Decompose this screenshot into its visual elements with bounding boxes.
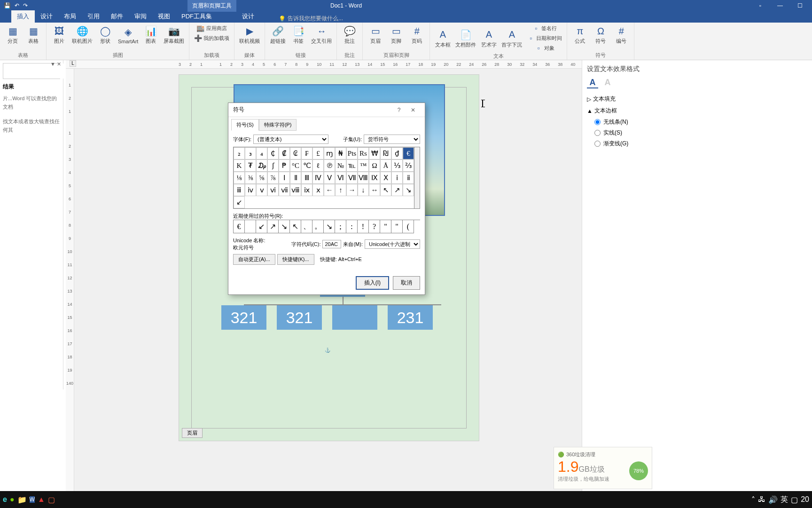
ribbon-button[interactable]: A首字下沉: [500, 24, 524, 53]
symbol-cell[interactable]: ⅰ: [391, 172, 403, 184]
word-icon[interactable]: W: [30, 496, 35, 503]
redo-icon[interactable]: ↷: [23, 2, 28, 9]
symbol-cell[interactable]: Ⅲ: [301, 172, 312, 184]
tab-header-design[interactable]: 设计: [236, 10, 260, 23]
cleanup-popup[interactable]: 🟢360垃圾清理 1.9GB垃圾 清理垃圾，给电脑加速 78%: [554, 447, 652, 489]
tab-layout[interactable]: 布局: [58, 10, 82, 23]
symbol-cell[interactable]: ₦: [335, 147, 346, 159]
symbol-cell[interactable]: ₩: [369, 147, 380, 159]
tell-me[interactable]: 💡告诉我您想要做什么...: [279, 15, 343, 23]
ime-indicator[interactable]: 英: [781, 495, 788, 505]
symbol-cell[interactable]: ₮: [245, 159, 256, 172]
symbol-cell[interactable]: ₱: [279, 159, 290, 172]
text-fill-tab-icon[interactable]: A: [587, 77, 598, 88]
recent-symbol-cell[interactable]: ↗: [267, 220, 279, 233]
symbol-cell[interactable]: Ⅱ: [290, 172, 301, 184]
symbol-cell[interactable]: Ⅸ: [369, 172, 380, 184]
symbol-cell[interactable]: ₣: [301, 147, 312, 159]
symbol-cell[interactable]: ₪: [380, 147, 391, 159]
recent-symbol-cell[interactable]: [245, 220, 256, 233]
char-code-input[interactable]: [322, 240, 341, 248]
symbol-cell[interactable]: ⅵ: [267, 184, 279, 196]
header-tag[interactable]: 页眉: [182, 428, 203, 438]
symbol-cell[interactable]: ₯: [256, 159, 267, 172]
symbol-cell[interactable]: ⅝: [256, 172, 267, 184]
horizontal-ruler[interactable]: 3211234567891011121314151617181920222426…: [66, 60, 582, 69]
vertical-ruler[interactable]: 12112345678910111213141516171819140: [66, 69, 74, 491]
symbol-cell[interactable]: ₂: [234, 147, 245, 159]
symbol-cell[interactable]: ℗: [324, 159, 335, 172]
ribbon-button[interactable]: A文本框: [433, 24, 453, 53]
tab-insert[interactable]: 插入: [11, 10, 35, 23]
symbol-cell[interactable]: ɱ: [324, 147, 335, 159]
ribbon-button[interactable]: 🌐联机图片: [70, 24, 94, 46]
ribbon-button[interactable]: 📑书签: [289, 24, 308, 46]
symbol-cell[interactable]: ⅶ: [279, 184, 290, 196]
symbol-cell[interactable]: Pts: [346, 147, 358, 159]
smartart-node[interactable]: 321: [221, 305, 266, 330]
symbol-cell[interactable]: ↔: [369, 184, 380, 196]
symbol-cell[interactable]: ↘: [403, 184, 414, 196]
symbol-cell[interactable]: ₵: [267, 147, 279, 159]
progress-circle[interactable]: 78%: [629, 461, 648, 480]
recent-symbol-cell[interactable]: ;: [335, 220, 346, 233]
tab-symbols[interactable]: 符号(S): [231, 119, 259, 131]
radio-solid-line[interactable]: 实线(S): [587, 127, 643, 138]
save-icon[interactable]: 💾: [4, 2, 11, 9]
symbol-cell[interactable]: ⅱ: [403, 172, 414, 184]
office-icon[interactable]: ▢: [48, 495, 55, 504]
recent-symbol-cell[interactable]: €: [234, 220, 245, 233]
symbol-cell[interactable]: ⅸ: [301, 184, 312, 196]
ribbon-button[interactable]: ▭页眉: [366, 24, 385, 46]
symbol-cell[interactable]: ↑: [335, 184, 346, 196]
ribbon-button[interactable]: ▫日期和时间: [525, 33, 564, 43]
ribbon-button[interactable]: ◯形状: [95, 24, 115, 46]
autocorrect-button[interactable]: 自动更正(A)...: [233, 254, 275, 265]
ribbon-button[interactable]: π公式: [570, 24, 590, 46]
text-outline-tab-icon[interactable]: A: [602, 77, 613, 88]
symbol-cell[interactable]: Ⅶ: [346, 172, 358, 184]
recent-symbol-cell[interactable]: ": [391, 220, 403, 233]
ribbon-button[interactable]: ▶联机视频: [237, 24, 262, 46]
symbol-cell[interactable]: ⅓: [391, 159, 403, 172]
recent-symbol-cell[interactable]: ": [380, 220, 391, 233]
recent-symbol-cell[interactable]: ↘: [279, 220, 290, 233]
recent-symbol-cell[interactable]: (: [403, 220, 414, 233]
tab-review[interactable]: 审阅: [129, 10, 152, 23]
symbol-cell[interactable]: Ⅹ: [380, 172, 391, 184]
ribbon-button[interactable]: 📄文档部件: [453, 24, 478, 53]
ribbon-button[interactable]: ↔交叉引用: [309, 24, 334, 46]
symbol-cell[interactable]: ₡: [279, 147, 290, 159]
symbol-cell[interactable]: £: [312, 147, 324, 159]
tab-insert[interactable]: [0, 19, 11, 23]
symbol-cell[interactable]: ⅛: [234, 172, 245, 184]
wechat-icon[interactable]: ●: [10, 495, 15, 504]
explorer-icon[interactable]: 📁: [17, 495, 27, 504]
tab-references[interactable]: 引用: [82, 10, 105, 23]
ribbon-button[interactable]: 📷屏幕截图: [162, 24, 186, 46]
ie-icon[interactable]: e: [3, 495, 7, 504]
ribbon-button[interactable]: #编号: [611, 24, 631, 46]
symbol-cell[interactable]: ←: [324, 184, 335, 196]
symbol-cell[interactable]: Ⅰ: [279, 172, 290, 184]
symbol-cell[interactable]: ↖: [380, 184, 391, 196]
symbol-cell[interactable]: ↙: [234, 196, 245, 208]
ribbon-button[interactable]: 📊图表: [141, 24, 161, 46]
ribbon-button[interactable]: ▭页脚: [386, 24, 406, 46]
vertical-scrollbar[interactable]: [575, 69, 582, 491]
undo-icon[interactable]: ↶: [15, 2, 19, 9]
subset-select[interactable]: 货币符号: [364, 135, 420, 144]
recent-symbol-cell[interactable]: :: [346, 220, 358, 233]
app-icon[interactable]: ▲: [38, 495, 45, 504]
insert-button[interactable]: 插入(I): [356, 276, 389, 290]
symbol-cell[interactable]: ™: [358, 159, 369, 172]
ribbon-button[interactable]: 🔗超链接: [268, 24, 288, 46]
symbol-cell[interactable]: Ω: [369, 159, 380, 172]
recent-symbol-cell[interactable]: ↘: [324, 220, 335, 233]
symbol-cell[interactable]: ⅳ: [245, 184, 256, 196]
action-center-icon[interactable]: ▢: [791, 495, 798, 504]
symbol-cell[interactable]: ₫: [391, 147, 403, 159]
tab-design[interactable]: 设计: [35, 10, 58, 23]
font-select[interactable]: (普通文本): [253, 135, 328, 144]
symbol-cell[interactable]: €: [403, 147, 414, 159]
